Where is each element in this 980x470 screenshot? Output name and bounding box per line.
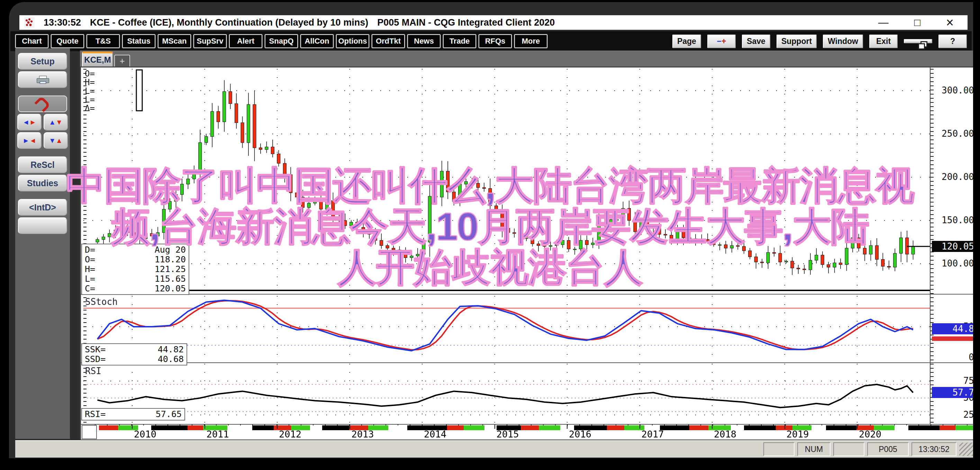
price-panel-bottom-line [83,290,930,291]
bar-info-row: L=115.65 [85,274,186,284]
title-bar: 13:30:52 KCE - Coffee (ICE), Monthly Con… [19,15,967,30]
toolbar-button-more[interactable]: More [514,34,547,48]
toolbar-button-status[interactable]: Status [122,34,155,48]
last-price-badge: 120.05 [932,241,973,252]
minimize-icon[interactable]: — [878,17,889,28]
exit-button[interactable]: Exit [869,35,898,48]
interval-day-button[interactable]: <IntD> [18,199,67,216]
year-tick [640,425,640,429]
price-panel-canvas[interactable] [83,69,930,290]
cursor-ohlc-readout: O=H=L=L=Δ= [85,70,95,113]
stochastic-panel-canvas[interactable] [83,296,930,362]
year-label: 2017 [641,429,664,440]
strip-segment [188,425,203,430]
price-scale-column: 300.00250.00200.00150.00100.005007550251… [931,67,973,425]
strip-segment [894,425,908,430]
rsi-value-badge: 57.7 [932,387,973,398]
maximize-icon[interactable]: □ [914,17,921,28]
stoch-scale-label: 0 [969,352,973,362]
setup-button[interactable]: Setup [18,53,67,70]
toolbar-button-supsrv[interactable]: SupSrv [193,34,227,48]
ssk-value-badge: 44.8 [932,323,973,335]
cursor-label: L= [85,96,95,104]
strip-segment [322,425,349,430]
year-label: 2012 [279,429,301,440]
status-cell-p005: P005 [867,442,909,456]
cursor-label: L= [85,87,95,96]
toolbar-button-alert[interactable]: Alert [229,34,262,48]
price-scale-label: 300.00 [942,85,973,96]
stoch-infobox: SSK=44.82SSD=40.68 [81,343,187,365]
compress-vertical-button[interactable]: ▼▲ [44,132,68,149]
app-window: 13:30:52 KCE - Coffee (ICE), Monthly Con… [9,2,973,458]
price-scale-label: 250.00 [942,128,973,139]
year-tick [567,425,568,429]
save-button[interactable]: Save [742,35,770,48]
bar-info-row: O=118.20 [85,255,186,264]
year-tick [350,425,350,429]
tab-kce-m[interactable]: KCE,M [82,52,113,67]
page-button[interactable]: Page [672,35,701,48]
status-cell-empty [833,442,864,456]
toolbar-button-ts[interactable]: T&S [86,34,120,48]
rescale-button[interactable]: ReScl [18,156,67,173]
toolbar-button-options[interactable]: Options [336,34,369,48]
rsi-info-row: RSI=57.65 [85,409,182,419]
cursor-label: Δ= [85,104,95,113]
app-logo-icon [24,17,35,28]
window-button[interactable]: Window [823,35,863,48]
bar-signal-strip [99,425,973,430]
resize-grip-icon[interactable] [959,443,973,456]
studies-button[interactable]: Studies [18,175,67,191]
year-tick [712,425,713,429]
rsi-scale-label: 75 [963,376,973,386]
cursor-label: H= [85,78,95,87]
toolbar-button-trade[interactable]: Trade [443,34,476,48]
support-button[interactable]: Support [776,35,817,48]
swap-vertical-button[interactable]: ▲▼ [44,114,68,131]
window-controls: — □ × [878,15,954,30]
toolbar-button-ordtkt[interactable]: OrdTkt [372,34,405,48]
toolbar-left-buttons: ChartQuoteT&SStatusMScanSupSrvAlertSnapQ… [15,34,547,48]
help-button[interactable]: ? [939,35,967,48]
duplicate-window-button[interactable] [904,39,932,43]
magnet-button[interactable] [18,96,67,112]
status-cell-133052: 13:30:52 [912,442,956,456]
year-tick [784,425,785,429]
year-label: 2019 [787,429,809,440]
title-session: P005 MAIN - CQG Integrated Client 2020 [377,17,555,28]
year-label: 2010 [134,429,156,440]
year-tick [857,425,858,429]
stoch-info-row: SSK=44.82 [85,345,184,354]
compress-horizontal-button[interactable]: ►◄ [17,132,41,149]
axis-corner-box[interactable] [82,425,97,439]
year-label: 2013 [352,429,374,440]
swap-horizontal-icon: ◄► [22,119,37,126]
toolbar-button-snapq[interactable]: SnapQ [265,34,298,48]
status-cell-num: NUM [797,442,830,456]
add-tab-button[interactable]: + [114,55,130,67]
bar-info-row: C=120.05 [85,284,186,293]
toolbar-button-rfqs[interactable]: RFQs [479,34,512,48]
close-icon[interactable]: × [946,16,954,29]
strip-segment [464,425,484,430]
obscured-button[interactable] [18,217,67,234]
toolbar-button-news[interactable]: News [407,34,441,48]
toolbar-button-mscan[interactable]: MScan [158,34,191,48]
print-button[interactable] [18,71,67,88]
year-label: 2011 [207,429,229,440]
swap-vertical-icon: ▲▼ [49,119,63,126]
rsi-panel-canvas[interactable] [83,364,930,424]
compress-horizontal-icon: ►◄ [22,137,37,144]
strip-segment [908,425,940,430]
strip-segment [689,425,708,430]
zoom-minus-plus-button[interactable]: −+ [707,35,736,48]
toolbar-button-quote[interactable]: Quote [51,34,84,48]
swap-horizontal-button[interactable]: ◄► [17,114,41,131]
toolbar-button-allcon[interactable]: AllCon [301,34,334,48]
toolbar-button-chart[interactable]: Chart [15,34,48,48]
rsi-infobox: RSI=57.65 [81,408,185,421]
price-scale-label: 150.00 [942,215,973,225]
strip-segment [607,425,624,430]
strip-segment [310,425,322,430]
